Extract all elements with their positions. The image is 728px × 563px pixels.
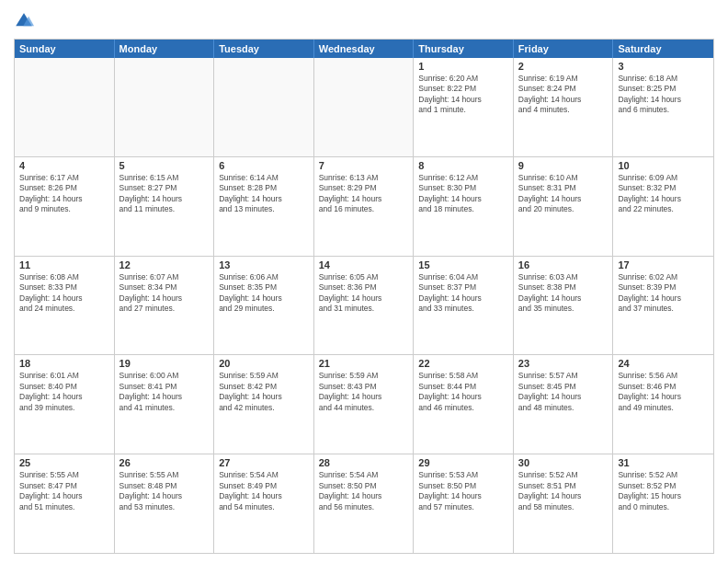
calendar-row-3: 11Sunrise: 6:08 AM Sunset: 8:33 PM Dayli… [15,256,713,355]
day-cell-28: 28Sunrise: 5:54 AM Sunset: 8:50 PM Dayli… [314,454,415,553]
day-number: 7 [319,160,409,171]
day-info: Sunrise: 5:59 AM Sunset: 8:43 PM Dayligh… [319,371,409,413]
day-cell-15: 15Sunrise: 6:04 AM Sunset: 8:37 PM Dayli… [414,257,514,355]
day-number: 23 [518,358,609,369]
day-number: 26 [119,457,210,468]
day-cell-12: 12Sunrise: 6:07 AM Sunset: 8:34 PM Dayli… [115,257,215,355]
empty-cell [115,58,215,156]
day-cell-17: 17Sunrise: 6:02 AM Sunset: 8:39 PM Dayli… [613,257,713,355]
day-cell-2: 2Sunrise: 6:19 AM Sunset: 8:24 PM Daylig… [514,58,614,156]
day-info: Sunrise: 6:17 AM Sunset: 8:26 PM Dayligh… [19,173,109,215]
day-number: 24 [618,358,709,369]
header-day-monday: Monday [115,40,215,58]
day-info: Sunrise: 5:54 AM Sunset: 8:50 PM Dayligh… [319,470,409,512]
empty-cell [314,58,415,156]
day-number: 25 [19,457,109,468]
day-number: 29 [418,457,508,468]
day-number: 3 [618,61,709,72]
day-number: 22 [418,358,508,369]
day-cell-31: 31Sunrise: 5:52 AM Sunset: 8:52 PM Dayli… [613,454,713,553]
header-day-wednesday: Wednesday [314,40,415,58]
day-cell-13: 13Sunrise: 6:06 AM Sunset: 8:35 PM Dayli… [214,257,314,355]
day-info: Sunrise: 6:03 AM Sunset: 8:38 PM Dayligh… [518,272,609,315]
calendar: SundayMondayTuesdayWednesdayThursdayFrid… [14,39,714,554]
day-info: Sunrise: 6:09 AM Sunset: 8:32 PM Dayligh… [618,173,709,215]
header-day-tuesday: Tuesday [214,40,314,58]
day-cell-27: 27Sunrise: 5:54 AM Sunset: 8:49 PM Dayli… [214,454,314,553]
day-info: Sunrise: 5:52 AM Sunset: 8:52 PM Dayligh… [618,470,709,512]
calendar-row-2: 4Sunrise: 6:17 AM Sunset: 8:26 PM Daylig… [15,156,713,256]
day-number: 20 [219,358,309,369]
day-number: 17 [618,259,709,270]
header-day-thursday: Thursday [414,40,514,58]
day-number: 9 [518,160,609,171]
day-cell-16: 16Sunrise: 6:03 AM Sunset: 8:38 PM Dayli… [514,257,614,355]
calendar-row-1: 1Sunrise: 6:20 AM Sunset: 8:22 PM Daylig… [15,58,713,156]
day-cell-7: 7Sunrise: 6:13 AM Sunset: 8:29 PM Daylig… [314,157,415,256]
day-info: Sunrise: 6:04 AM Sunset: 8:37 PM Dayligh… [418,272,508,315]
day-info: Sunrise: 6:12 AM Sunset: 8:30 PM Dayligh… [418,173,508,215]
day-info: Sunrise: 6:07 AM Sunset: 8:34 PM Dayligh… [119,272,210,315]
day-info: Sunrise: 5:52 AM Sunset: 8:51 PM Dayligh… [518,470,609,512]
day-cell-22: 22Sunrise: 5:58 AM Sunset: 8:44 PM Dayli… [414,355,514,454]
day-number: 18 [19,358,109,369]
day-cell-18: 18Sunrise: 6:01 AM Sunset: 8:40 PM Dayli… [15,355,115,454]
day-cell-11: 11Sunrise: 6:08 AM Sunset: 8:33 PM Dayli… [15,257,115,355]
header-day-friday: Friday [514,40,614,58]
calendar-row-4: 18Sunrise: 6:01 AM Sunset: 8:40 PM Dayli… [15,354,713,454]
day-cell-20: 20Sunrise: 5:59 AM Sunset: 8:42 PM Dayli… [214,355,314,454]
day-info: Sunrise: 6:15 AM Sunset: 8:27 PM Dayligh… [119,173,210,215]
day-number: 31 [618,457,709,468]
day-cell-29: 29Sunrise: 5:53 AM Sunset: 8:50 PM Dayli… [414,454,514,553]
day-info: Sunrise: 6:13 AM Sunset: 8:29 PM Dayligh… [319,173,409,215]
day-number: 12 [119,259,210,270]
day-info: Sunrise: 6:02 AM Sunset: 8:39 PM Dayligh… [618,272,709,315]
day-info: Sunrise: 5:58 AM Sunset: 8:44 PM Dayligh… [418,371,508,413]
day-info: Sunrise: 6:20 AM Sunset: 8:22 PM Dayligh… [418,74,508,116]
day-number: 19 [119,358,210,369]
day-cell-26: 26Sunrise: 5:55 AM Sunset: 8:48 PM Dayli… [115,454,215,553]
header-day-saturday: Saturday [613,40,713,58]
day-cell-5: 5Sunrise: 6:15 AM Sunset: 8:27 PM Daylig… [115,157,215,256]
day-number: 28 [319,457,409,468]
day-info: Sunrise: 5:55 AM Sunset: 8:47 PM Dayligh… [19,470,109,512]
day-info: Sunrise: 6:19 AM Sunset: 8:24 PM Dayligh… [518,74,609,116]
day-number: 27 [219,457,309,468]
day-number: 8 [418,160,508,171]
day-cell-24: 24Sunrise: 5:56 AM Sunset: 8:46 PM Dayli… [613,355,713,454]
day-info: Sunrise: 5:55 AM Sunset: 8:48 PM Dayligh… [119,470,210,512]
header [14,9,714,31]
day-number: 6 [219,160,309,171]
header-day-sunday: Sunday [15,40,115,58]
day-cell-21: 21Sunrise: 5:59 AM Sunset: 8:43 PM Dayli… [314,355,415,454]
calendar-row-5: 25Sunrise: 5:55 AM Sunset: 8:47 PM Dayli… [15,454,713,553]
day-info: Sunrise: 6:00 AM Sunset: 8:41 PM Dayligh… [119,371,210,413]
logo-icon [14,11,34,31]
day-number: 15 [418,259,508,270]
day-info: Sunrise: 6:05 AM Sunset: 8:36 PM Dayligh… [319,272,409,315]
day-cell-14: 14Sunrise: 6:05 AM Sunset: 8:36 PM Dayli… [314,257,415,355]
calendar-body: 1Sunrise: 6:20 AM Sunset: 8:22 PM Daylig… [15,58,713,553]
day-info: Sunrise: 6:18 AM Sunset: 8:25 PM Dayligh… [618,74,709,116]
day-number: 5 [119,160,210,171]
calendar-header: SundayMondayTuesdayWednesdayThursdayFrid… [15,40,713,58]
day-cell-10: 10Sunrise: 6:09 AM Sunset: 8:32 PM Dayli… [613,157,713,256]
day-number: 10 [618,160,709,171]
day-info: Sunrise: 5:54 AM Sunset: 8:49 PM Dayligh… [219,470,309,512]
day-number: 11 [19,259,109,270]
day-cell-9: 9Sunrise: 6:10 AM Sunset: 8:31 PM Daylig… [514,157,614,256]
day-number: 21 [319,358,409,369]
day-cell-19: 19Sunrise: 6:00 AM Sunset: 8:41 PM Dayli… [115,355,215,454]
day-cell-3: 3Sunrise: 6:18 AM Sunset: 8:25 PM Daylig… [613,58,713,156]
day-info: Sunrise: 6:06 AM Sunset: 8:35 PM Dayligh… [219,272,309,315]
day-number: 1 [418,61,508,72]
day-number: 4 [19,160,109,171]
day-info: Sunrise: 6:10 AM Sunset: 8:31 PM Dayligh… [518,173,609,215]
day-cell-4: 4Sunrise: 6:17 AM Sunset: 8:26 PM Daylig… [15,157,115,256]
day-cell-23: 23Sunrise: 5:57 AM Sunset: 8:45 PM Dayli… [514,355,614,454]
day-info: Sunrise: 5:56 AM Sunset: 8:46 PM Dayligh… [618,371,709,413]
day-number: 16 [518,259,609,270]
logo [14,9,36,31]
empty-cell [214,58,314,156]
day-cell-30: 30Sunrise: 5:52 AM Sunset: 8:51 PM Dayli… [514,454,614,553]
